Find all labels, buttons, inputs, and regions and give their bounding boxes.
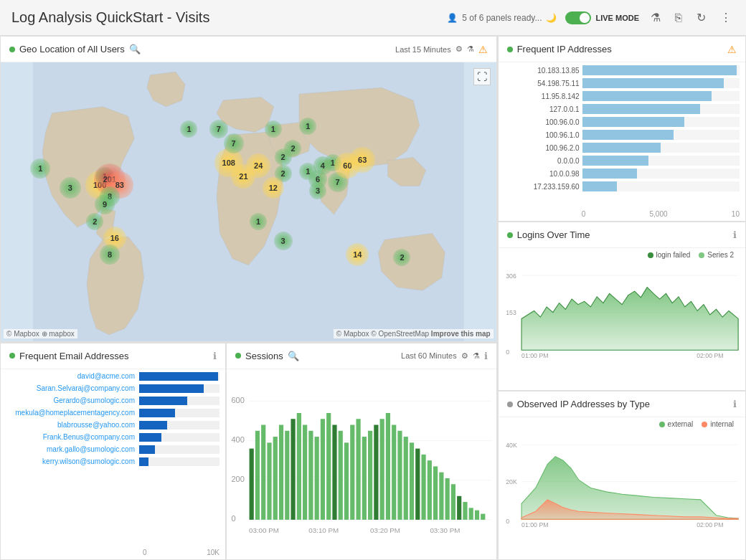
email-bar-label[interactable]: Saran.Selvaraj@company.com — [6, 384, 139, 392]
map-marker: 3 — [274, 232, 293, 250]
session-bar — [261, 424, 265, 519]
session-bars-svg — [250, 413, 486, 520]
map-marker: 7 — [224, 133, 244, 153]
app-header: Log Analysis QuickStart - Visits 👤 5 of … — [0, 0, 746, 36]
ip-bar-track — [582, 65, 740, 75]
svg-text:40K: 40K — [506, 442, 517, 449]
session-bar — [356, 419, 360, 520]
logins-panel: Logins Over Time ℹ login failed Series 2 — [498, 222, 746, 391]
ip-bar-label: 127.0.0.1 — [504, 105, 580, 113]
email-bar-label[interactable]: mekula@homeplacementagency.com — [6, 409, 139, 417]
session-bar — [433, 466, 438, 519]
live-mode-toggle[interactable]: LIVE MODE — [565, 11, 639, 24]
gear-icon[interactable]: ⚙ — [455, 44, 463, 54]
toggle-switch[interactable] — [565, 11, 591, 24]
svg-text:03:20 PM: 03:20 PM — [370, 526, 400, 534]
email-bar-label[interactable]: Gerardo@sumologic.com — [6, 397, 139, 404]
refresh-icon[interactable]: ↻ — [694, 8, 709, 27]
email-chart-area: david@acme.com Saran.Selvaraj@company.co… — [1, 369, 225, 559]
search-icon[interactable]: 🔍 — [129, 44, 141, 54]
logins-chart-svg: 306 153 0 01:00 — [504, 260, 740, 369]
ip-bar-fill — [582, 181, 617, 191]
session-bar — [463, 502, 467, 520]
svg-text:200: 200 — [231, 475, 244, 483]
ip-bar-label: 100.96.0.0 — [504, 118, 580, 126]
map-marker: 9 — [95, 194, 115, 214]
observed-panel: Observed IP Addresses by Type ℹ external… — [498, 391, 746, 560]
ip-bar-track — [582, 117, 740, 127]
ip-bar-label: 0.0.0.0 — [504, 157, 580, 165]
geo-status-dot — [9, 47, 15, 52]
session-bar — [410, 442, 414, 520]
sessions-gear-icon[interactable]: ⚙ — [461, 351, 468, 361]
email-bar-label[interactable]: mark.gallo@sumologic.com — [6, 445, 139, 453]
session-bar — [308, 430, 313, 519]
session-bar — [350, 424, 354, 519]
ip-bar-row: 0.0.0.0 — [504, 156, 740, 166]
email-bar-chart: david@acme.com Saran.Selvaraj@company.co… — [6, 372, 219, 549]
ip-bar-label: 11.95.8.142 — [504, 92, 580, 100]
ip-bar-fill — [582, 130, 674, 140]
session-bar — [415, 448, 420, 519]
observed-info-icon[interactable]: ℹ — [733, 399, 737, 409]
user-icon: 👤 — [447, 13, 458, 23]
email-bar-fill — [139, 384, 204, 393]
svg-text:0: 0 — [506, 518, 509, 525]
ip-x-0: 0 — [582, 210, 586, 218]
session-bar — [397, 430, 402, 519]
live-mode-label: LIVE MODE — [595, 14, 639, 22]
ip-bar-track — [582, 143, 740, 153]
sessions-chart-area: 600 400 200 0 03:00 PM — [227, 369, 496, 559]
sessions-controls: Last 60 Minutes ⚙ ⚗ ℹ — [401, 351, 488, 361]
legend-label-series2: Series 2 — [707, 251, 734, 259]
page-title: Log Analysis QuickStart - Visits — [11, 9, 209, 26]
map-marker: 8 — [100, 245, 120, 265]
email-bar-label[interactable]: Frank.Benus@company.com — [6, 433, 139, 441]
filter-icon[interactable]: ⚗ — [467, 44, 474, 54]
map-credit-right: © Mapbox © OpenStreetMap Improve this ma… — [334, 329, 494, 338]
session-bar — [332, 424, 336, 519]
svg-text:03:10 PM: 03:10 PM — [308, 526, 339, 534]
session-bar — [250, 448, 254, 519]
map-marker: 1 — [180, 120, 197, 138]
email-info-icon[interactable]: ℹ — [213, 351, 217, 361]
sessions-status-dot — [235, 353, 241, 359]
sessions-info-icon[interactable]: ℹ — [484, 351, 488, 361]
ip-bar-track — [582, 91, 740, 101]
improve-map-link[interactable]: Improve this map — [431, 330, 491, 338]
map-marker: 1 — [30, 158, 50, 179]
session-bar — [404, 437, 408, 520]
email-status-dot — [9, 353, 15, 359]
ip-status-dot — [507, 47, 513, 52]
email-bar-label[interactable]: blabrousse@yahoo.com — [6, 421, 139, 429]
email-bar-fill — [139, 421, 167, 430]
email-bar-track — [139, 433, 219, 442]
map-marker: 63 — [349, 147, 375, 173]
map-marker: 1 — [299, 118, 316, 135]
sessions-filter-icon[interactable]: ⚗ — [473, 351, 480, 361]
moon-icon: 🌙 — [546, 13, 557, 23]
session-bar — [481, 513, 485, 519]
expand-map-button[interactable]: ⛶ — [473, 68, 491, 85]
map-marker: 14 — [346, 243, 369, 266]
filter-icon[interactable]: ⚗ — [648, 8, 664, 27]
sessions-chart-svg: 600 400 200 0 03:00 PM — [230, 372, 494, 556]
more-icon[interactable]: ⋮ — [717, 8, 735, 27]
right-column: Frequent IP Addresses ⚠ 10.183.13.85 54.… — [498, 36, 746, 560]
session-bar — [428, 460, 432, 520]
email-bar-label[interactable]: kerry.wilson@sumologic.com — [6, 457, 139, 465]
session-bar — [315, 437, 319, 520]
ip-x-axis: 0 5,000 10 — [504, 210, 740, 218]
ip-bar-fill — [582, 143, 661, 153]
sessions-search-icon[interactable]: 🔍 — [288, 351, 299, 361]
email-bar-track — [139, 409, 219, 417]
session-bar — [469, 508, 473, 520]
session-bar — [255, 430, 260, 519]
email-bar-label[interactable]: david@acme.com — [6, 372, 139, 380]
sessions-panel-title: Sessions 🔍 — [235, 351, 299, 361]
logins-legend: login failed Series 2 — [504, 251, 740, 259]
share-icon[interactable]: ⎘ — [672, 9, 685, 27]
logins-info-icon[interactable]: ℹ — [733, 229, 737, 240]
legend-dot-series2 — [699, 252, 704, 258]
session-bar — [392, 424, 396, 519]
